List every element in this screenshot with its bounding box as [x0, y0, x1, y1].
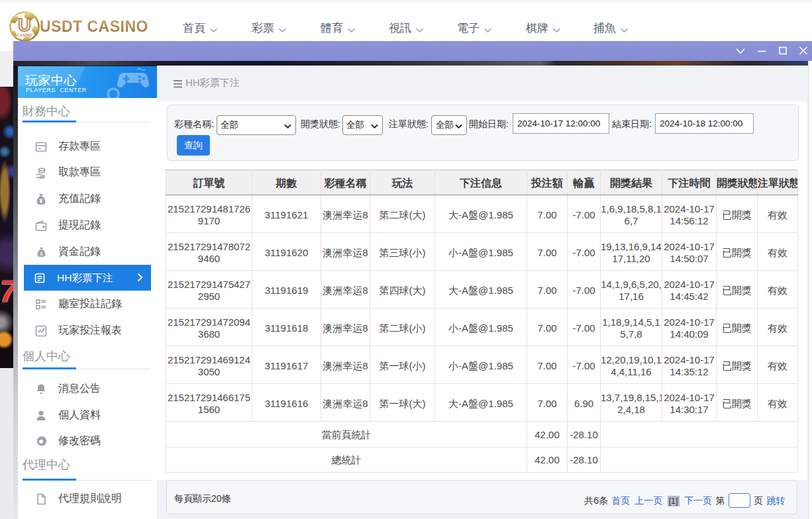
svg-text:CASINO: CASINO: [17, 33, 32, 37]
svg-text:U: U: [18, 15, 31, 35]
